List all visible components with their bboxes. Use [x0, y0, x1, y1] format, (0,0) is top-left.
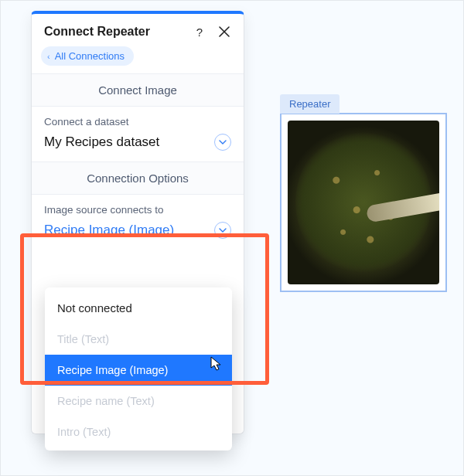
- repeater-tab[interactable]: Repeater: [280, 94, 339, 114]
- dataset-chevron-down-icon[interactable]: [214, 134, 231, 151]
- recipe-image-preview[interactable]: [288, 121, 439, 284]
- dropdown-option-recipe-name[interactable]: Recipe name (Text): [45, 386, 232, 416]
- dataset-value: My Recipes dataset: [44, 134, 159, 150]
- spoon-overlay: [366, 192, 439, 223]
- help-icon[interactable]: ?: [193, 25, 206, 39]
- breadcrumb-label: All Connections: [55, 50, 125, 62]
- dropdown-option-recipe-image[interactable]: Recipe Image (Image): [45, 355, 232, 386]
- image-source-field: Image source connects to Recipe Image (I…: [32, 195, 244, 250]
- close-icon[interactable]: [217, 25, 231, 39]
- image-source-value[interactable]: Recipe Image (Image): [44, 223, 174, 238]
- dropdown-option-title[interactable]: Title (Text): [45, 324, 232, 355]
- panel-header: Connect Repeater ?: [32, 14, 244, 46]
- chevron-left-icon: ‹: [47, 52, 50, 61]
- breadcrumb-all-connections[interactable]: ‹ All Connections: [41, 46, 134, 66]
- dropdown-option-not-connected[interactable]: Not connected: [45, 291, 232, 324]
- panel-title: Connect Repeater: [44, 25, 182, 39]
- section-connect-image: Connect Image: [32, 73, 244, 107]
- image-source-dropdown: Not connected Title (Text) Recipe Image …: [45, 287, 232, 450]
- breadcrumb-row: ‹ All Connections: [32, 46, 244, 73]
- dataset-label: Connect a dataset: [44, 116, 231, 128]
- repeater-container[interactable]: [280, 113, 447, 292]
- section-connection-options: Connection Options: [32, 162, 244, 195]
- dataset-field: Connect a dataset My Recipes dataset: [32, 107, 244, 162]
- dropdown-option-intro[interactable]: Intro (Text): [45, 416, 232, 447]
- image-source-label: Image source connects to: [44, 204, 231, 216]
- image-source-chevron-down-icon[interactable]: [214, 222, 231, 239]
